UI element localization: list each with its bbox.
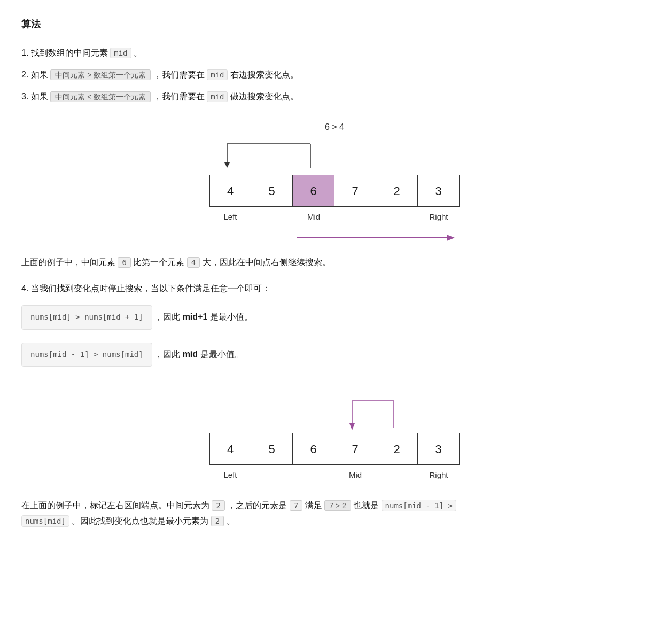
condition1-block: nums[mid] > nums[mid + 1] ，因此 mid+1 是最小值… [21, 305, 648, 337]
para2-text2: ，之后的元素是 [227, 501, 287, 510]
top-arrow-svg [206, 138, 463, 175]
diagram2-cell-4: 2 [376, 433, 418, 465]
condition1-code: nums[mid] > nums[mid + 1] [21, 305, 152, 330]
condition1-therefore: ，因此 [154, 312, 182, 321]
diagram1-label-5: Right [418, 210, 460, 224]
step-2-tag1: 中间元素 > 数组第一个元素 [50, 69, 151, 80]
diagram1: 6 > 4 456723 LeftMidRight [21, 120, 648, 244]
condition2-suffix-bold: mid [183, 350, 198, 359]
diagram1-label-1 [251, 210, 293, 224]
diagram2-labels: LeftMidRight [209, 468, 460, 482]
step-3-code: mid [207, 91, 228, 102]
step-2-text-before: 如果 [31, 70, 48, 79]
diagram2-label-5: Right [418, 468, 460, 482]
diagram2-cell-2: 6 [293, 433, 334, 465]
bracket-arrow-svg [206, 390, 463, 433]
diagram1-cell-1: 5 [251, 175, 293, 207]
step-3-tag1: 中间元素 < 数组第一个元素 [50, 91, 151, 102]
step-2: 2. 如果 中间元素 > 数组第一个元素 ，我们需要在 mid 右边搜索变化点。 [21, 67, 648, 82]
step-2-text-mid: ，我们需要在 [153, 70, 205, 79]
diagram2-label-4 [376, 468, 418, 482]
diagram1-label-3 [334, 210, 376, 224]
para2-val1: 2 [212, 500, 224, 511]
step-3: 3. 如果 中间元素 < 数组第一个元素 ，我们需要在 mid 做边搜索变化点。 [21, 89, 648, 104]
diagram2-cell-3: 7 [334, 433, 376, 465]
condition2-code: nums[mid - 1] > nums[mid] [21, 343, 152, 367]
diagram1-labels: LeftMidRight [209, 210, 460, 224]
para1-val1: 6 [118, 257, 130, 268]
para2-text1: 在上面的例子中，标记左右区间端点。中间元素为 [21, 501, 209, 510]
para2-text6: 。 [227, 516, 235, 525]
step-2-text-after: 右边搜索变化点。 [230, 70, 299, 79]
step-3-text-mid: ，我们需要在 [153, 92, 205, 101]
diagram1-cell-3: 7 [334, 175, 376, 207]
diagram2-label-2 [293, 468, 334, 482]
diagram1-comparison: 6 > 4 [325, 120, 344, 134]
paragraph1: 上面的例子中，中间元素 6 比第一个元素 4 大，因此在中间点右侧继续搜索。 [21, 255, 648, 270]
condition2-therefore: ，因此 [154, 350, 182, 359]
diagram1-cell-0: 4 [209, 175, 251, 207]
diagram1-cell-4: 2 [376, 175, 418, 207]
para2-tag1: 7 > 2 [324, 500, 351, 511]
diagram2-cell-1: 5 [251, 433, 293, 465]
para1-val2: 4 [187, 257, 200, 268]
para2-code1: nums[mid - 1] > [382, 500, 456, 511]
paragraph2: 在上面的例子中，标记左右区间端点。中间元素为 2 ，之后的元素是 7 满足 7 … [21, 498, 648, 529]
step-4-text: 当我们找到变化点时停止搜索，当以下条件满足任意一个即可： [31, 284, 270, 293]
svg-marker-9 [349, 423, 355, 430]
condition2-suffix: 是最小值。 [200, 350, 243, 359]
para2-text3: 满足 [305, 501, 322, 510]
condition1-suffix: 是最小值。 [210, 312, 253, 321]
diagram2: 456723 LeftMidRight [21, 390, 648, 482]
right-arrow-svg [297, 231, 457, 244]
step-1-number: 1. [21, 48, 31, 57]
para1-mid1: 比第一个元素 [133, 258, 184, 267]
step-4-number: 4. [21, 284, 31, 293]
para2-val3: 2 [211, 516, 224, 526]
diagram2-cell-0: 4 [209, 433, 251, 465]
step-1-code: mid [110, 48, 131, 58]
step-2-code: mid [207, 69, 228, 80]
svg-marker-3 [224, 162, 230, 168]
diagram1-label-0: Left [209, 210, 251, 224]
para2-text4: 也就是 [353, 501, 379, 510]
diagram1-label-2: Mid [293, 210, 334, 224]
para2-text5: 。因此找到变化点也就是最小元素为 [72, 516, 208, 525]
step-2-number: 2. [21, 70, 31, 79]
diagram2-array: 456723 [209, 433, 460, 465]
step-1-text-after: 。 [134, 48, 142, 57]
condition1-suffix-bold: mid+1 [183, 312, 208, 321]
para2-val2: 7 [290, 500, 302, 511]
diagram2-label-3: Mid [334, 468, 376, 482]
step-4: 4. 当我们找到变化点时停止搜索，当以下条件满足任意一个即可： [21, 281, 648, 296]
step-3-text-after: 做边搜索变化点。 [230, 92, 299, 101]
diagram1-cell-2: 6 [293, 175, 334, 207]
diagram2-label-0: Left [209, 468, 251, 482]
condition2-block: nums[mid - 1] > nums[mid] ，因此 mid 是最小值。 [21, 343, 648, 375]
diagram2-label-1 [251, 468, 293, 482]
diagram2-cell-5: 3 [418, 433, 460, 465]
diagram1-array: 456723 [209, 175, 460, 207]
para1-before: 上面的例子中，中间元素 [21, 258, 115, 267]
step-1-text-before: 找到数组的中间元素 [31, 48, 108, 57]
para1-end: 大，因此在中间点右侧继续搜索。 [203, 258, 331, 267]
step-1: 1. 找到数组的中间元素 mid 。 [21, 45, 648, 60]
diagram1-label-4 [376, 210, 418, 224]
page-title: 算法 [21, 16, 648, 33]
svg-marker-5 [447, 235, 455, 241]
step-3-number: 3. [21, 92, 31, 101]
diagram1-cell-5: 3 [418, 175, 460, 207]
step-3-text-before: 如果 [31, 92, 48, 101]
para2-code2: nums[mid] [21, 515, 69, 527]
